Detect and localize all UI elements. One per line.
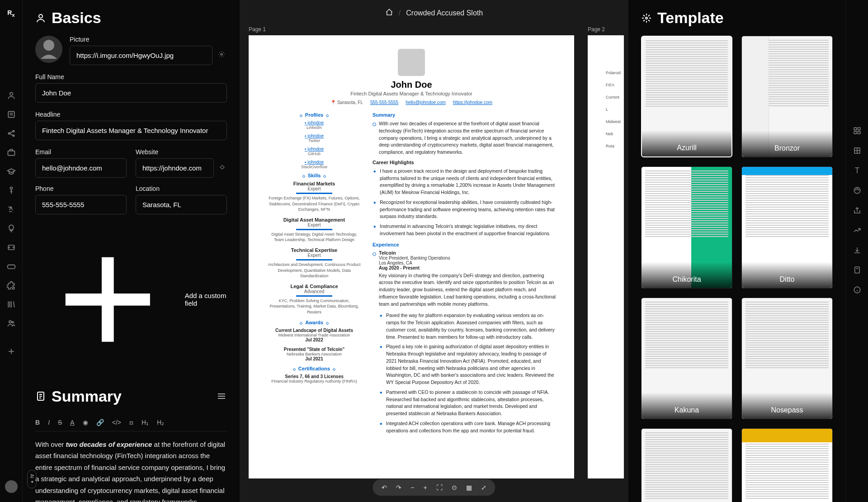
page1-label: Page 1 (249, 26, 574, 33)
person-icon[interactable] (7, 186, 16, 195)
redo-icon[interactable]: ↷ (396, 484, 401, 491)
phone-input[interactable] (35, 195, 127, 214)
game-icon[interactable] (7, 262, 16, 271)
fullname-input[interactable] (35, 83, 227, 103)
user-icon[interactable] (7, 91, 16, 100)
right-rail (845, 0, 868, 502)
home-icon[interactable] (385, 8, 393, 18)
h2-button[interactable]: H₂ (157, 419, 164, 426)
avatar-upload[interactable] (35, 36, 62, 63)
template-card[interactable]: Ditto (741, 166, 833, 288)
template-card[interactable] (641, 428, 732, 502)
preview-toolbar: ↶ ↷ − + ⛶ ⊙ ▦ ⤢ (373, 479, 495, 496)
skill-item: Financial MarketsExpertForeign Exchange … (267, 181, 362, 213)
template-name: Ditto (742, 262, 832, 288)
picture-url-input[interactable] (70, 46, 212, 65)
svg-point-36 (855, 189, 856, 190)
picture-settings-icon[interactable] (216, 49, 227, 62)
briefcase-icon[interactable] (7, 148, 16, 157)
block-button[interactable]: ⧈ (129, 419, 133, 426)
language-icon[interactable] (7, 205, 16, 214)
add-section-icon[interactable] (7, 347, 16, 356)
zoom-fit-icon[interactable]: ⛶ (436, 484, 443, 491)
summary-section-header: Summary (35, 388, 227, 405)
headline-input[interactable] (35, 121, 227, 140)
location-input[interactable] (136, 195, 227, 214)
fullscreen-icon[interactable]: ⤢ (481, 484, 486, 491)
center-icon[interactable]: ⊙ (452, 484, 457, 491)
profile-item: ▪ johndoeLinkedIn (267, 120, 362, 130)
ai-badge: AI ✦ (27, 470, 37, 488)
svg-point-6 (13, 135, 14, 136)
library-icon[interactable] (7, 300, 16, 309)
share-icon[interactable] (7, 129, 16, 138)
user-avatar[interactable] (5, 480, 18, 493)
users-icon[interactable] (7, 319, 16, 328)
layout-icon[interactable] (853, 127, 861, 135)
highlight-button[interactable]: ◉ (83, 419, 88, 426)
website-label: Website (136, 148, 227, 156)
trend-icon[interactable] (853, 226, 861, 234)
note-icon[interactable] (853, 266, 861, 274)
resume-summary-text: With over two decades of experience at t… (373, 120, 556, 156)
add-custom-field-label: Add a custom field (185, 292, 227, 307)
resume-page-1[interactable]: John Doe Fintech Digital Assets Manager … (249, 35, 574, 478)
highlight-item: I have a proven track record in the desi… (380, 168, 556, 196)
template-card[interactable]: Chikorita (641, 166, 732, 288)
skills-heading: Skills (267, 173, 362, 178)
website-tag-icon[interactable] (217, 162, 227, 174)
menu-icon[interactable] (216, 391, 227, 402)
education-icon[interactable] (7, 167, 16, 176)
svg-point-17 (221, 53, 222, 55)
website-input[interactable] (136, 158, 214, 178)
puzzle-icon[interactable] (7, 281, 16, 290)
svg-line-7 (9, 132, 13, 133)
code-icon[interactable] (7, 243, 16, 252)
template-card[interactable]: Kakuna (641, 298, 732, 419)
text-icon[interactable] (853, 166, 861, 175)
strike-button[interactable]: S (58, 419, 62, 426)
link-button[interactable]: 🔗 (96, 419, 104, 426)
svg-point-38 (858, 189, 859, 190)
template-name: Azurill (642, 130, 731, 156)
bold-button[interactable]: B (35, 419, 40, 426)
add-custom-field-button[interactable]: Add a custom field (35, 223, 227, 377)
preview-area: / Crowded Accused Sloth Page 1 John Doe … (240, 0, 628, 502)
experience-heading: Experience (373, 242, 556, 247)
underline-button[interactable]: A (70, 419, 74, 426)
code-button[interactable]: </> (112, 419, 121, 426)
app-logo[interactable]: Rx (7, 9, 15, 18)
template-card[interactable]: Nosepass (741, 298, 833, 419)
zoom-in-icon[interactable]: + (424, 484, 427, 491)
resume-career-heading: Career Highlights (373, 160, 556, 165)
fit-icon[interactable]: ▦ (466, 484, 472, 491)
lightbulb-icon[interactable] (7, 224, 16, 233)
info-icon[interactable] (853, 286, 861, 294)
breadcrumb-title: Crowded Accused Sloth (406, 9, 483, 17)
grid-icon[interactable] (853, 147, 861, 155)
share-icon[interactable] (853, 206, 861, 214)
basics-panel: Basics Picture Full Name Headline Email … (23, 0, 240, 502)
palette-icon[interactable] (853, 186, 861, 194)
breadcrumb-separator: / (399, 9, 401, 17)
undo-icon[interactable]: ↶ (382, 484, 387, 491)
resume-contact: 📍 Sarasota, FL 555-555-5555 hello@johndo… (267, 100, 556, 105)
italic-button[interactable]: I (48, 419, 50, 426)
template-card[interactable] (741, 428, 833, 502)
email-input[interactable] (35, 158, 127, 178)
template-card[interactable]: Azurill (641, 36, 732, 157)
resume-page-2[interactable]: PolaroidFIFACurrent LMidwestNebRota (588, 35, 624, 478)
basics-section-header: Basics (35, 9, 227, 27)
user-outline-icon (35, 13, 46, 24)
zoom-out-icon[interactable]: − (410, 484, 414, 491)
cert-item: Series 7, 66 and 3 LicensesFinancial Ind… (267, 374, 362, 384)
download-icon[interactable] (853, 246, 861, 254)
template-card[interactable]: Bronzor (741, 36, 833, 157)
profiles-heading: Profiles (267, 112, 362, 118)
h1-button[interactable]: H₁ (142, 419, 149, 426)
svg-point-4 (8, 133, 9, 134)
svg-point-13 (12, 322, 13, 323)
document-icon (35, 391, 46, 402)
summary-editor[interactable]: With over two decades of experience at t… (35, 439, 227, 502)
summary-nav-icon[interactable] (7, 110, 16, 119)
